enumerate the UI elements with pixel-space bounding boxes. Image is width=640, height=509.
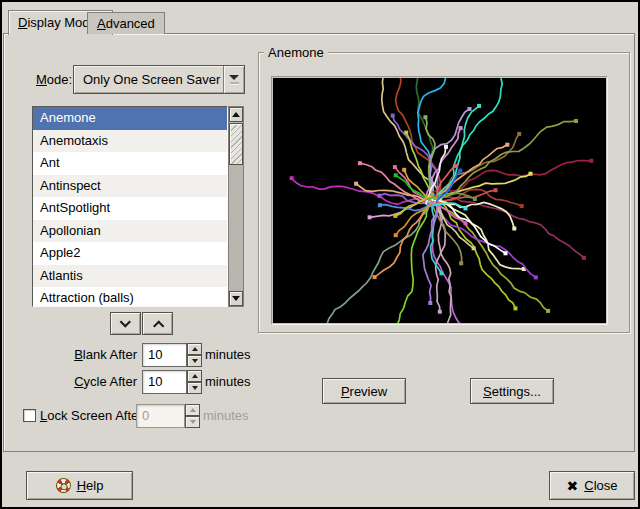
list-item[interactable]: Atlantis <box>33 265 227 288</box>
help-button[interactable]: Help <box>26 471 133 500</box>
list-item[interactable]: Ant <box>33 152 227 175</box>
cycle-after-unit: minutes <box>205 370 251 394</box>
blank-after-input[interactable]: 10 <box>142 343 187 367</box>
close-x-icon: ✖ <box>567 478 579 494</box>
list-item[interactable]: Apple2 <box>33 242 227 265</box>
mode-label: Mode: <box>36 68 72 92</box>
spin-down-button[interactable] <box>187 355 202 367</box>
spin-up-button[interactable] <box>187 343 202 355</box>
list-item[interactable]: AntSpotlight <box>33 197 227 220</box>
dialog-root: Display Modes Advanced Mode: Only One Sc… <box>2 2 638 507</box>
anemone-preview-image <box>273 78 606 323</box>
xscreensaver-preferences-window: Display Modes Advanced Mode: Only One Sc… <box>0 0 640 509</box>
blank-after-unit: minutes <box>205 343 251 367</box>
cycle-after-spinner <box>187 370 202 394</box>
list-item[interactable]: Antinspect <box>33 175 227 198</box>
mode-dropdown-value: Only One Screen Saver <box>83 72 220 87</box>
move-up-button[interactable] <box>142 312 173 335</box>
list-item[interactable]: Apollonian <box>33 220 227 243</box>
blank-after-spinner <box>187 343 202 367</box>
settings-button-label: Settings... <box>483 384 541 399</box>
list-scrollbar[interactable] <box>228 106 244 307</box>
lock-screen-checkbox[interactable] <box>23 409 36 422</box>
screensaver-list[interactable]: AnemoneAnemotaxisAntAntinspectAntSpotlig… <box>32 106 228 307</box>
lifebuoy-icon <box>53 476 73 496</box>
chevron-down-icon <box>119 316 130 327</box>
dropdown-arrow-icon <box>223 66 244 93</box>
arrow-down-icon <box>232 296 240 301</box>
spin-up-button <box>185 404 200 416</box>
scroll-down-button[interactable] <box>229 291 243 306</box>
tab-advanced[interactable]: Advanced <box>87 12 165 34</box>
spin-up-button[interactable] <box>187 370 202 382</box>
scrollbar-thumb[interactable] <box>229 123 243 165</box>
spin-down-button[interactable] <box>187 382 202 394</box>
mode-dropdown[interactable]: Only One Screen Saver <box>73 65 245 94</box>
preview-button-label: Preview <box>341 384 387 399</box>
lock-after-unit: minutes <box>203 404 249 428</box>
settings-button[interactable]: Settings... <box>470 378 554 404</box>
list-item[interactable]: Attraction (balls) <box>33 287 227 307</box>
blank-after-label: Blank After <box>32 343 137 367</box>
list-item[interactable]: Anemone <box>33 107 227 130</box>
close-button[interactable]: ✖ Close <box>549 471 635 500</box>
cycle-after-label: Cycle After <box>32 370 137 394</box>
move-down-button[interactable] <box>110 312 141 335</box>
arrow-up-icon <box>232 112 240 117</box>
lock-after-input: 0 <box>136 404 185 428</box>
lock-after-spinner <box>185 404 200 428</box>
preview-area <box>271 76 608 325</box>
preview-frame-title: Anemone <box>264 45 328 60</box>
spin-down-button <box>185 416 200 428</box>
cycle-after-input[interactable]: 10 <box>142 370 187 394</box>
close-button-label: Close <box>584 478 617 493</box>
preview-button[interactable]: Preview <box>322 378 406 404</box>
lock-screen-label: Lock Screen After <box>40 404 143 428</box>
help-button-label: Help <box>77 478 104 493</box>
list-item[interactable]: Anemotaxis <box>33 130 227 153</box>
chevron-up-icon <box>153 320 164 331</box>
scroll-up-button[interactable] <box>229 107 243 122</box>
